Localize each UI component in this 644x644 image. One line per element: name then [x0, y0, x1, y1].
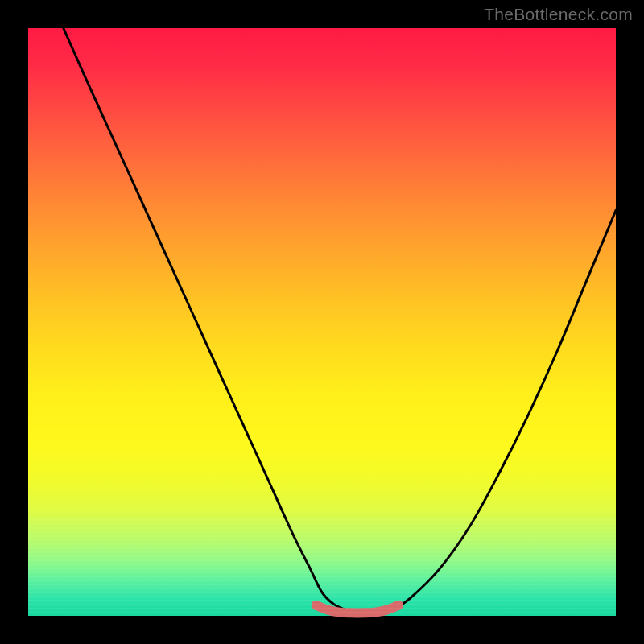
plot-area	[28, 28, 616, 616]
watermark-text: TheBottleneck.com	[484, 5, 633, 24]
right-curve-path	[393, 210, 616, 609]
chart-curves	[28, 28, 616, 616]
chart-frame: TheBottleneck.com	[0, 0, 644, 644]
trough-band-path	[316, 605, 398, 613]
left-curve-path	[64, 28, 345, 610]
